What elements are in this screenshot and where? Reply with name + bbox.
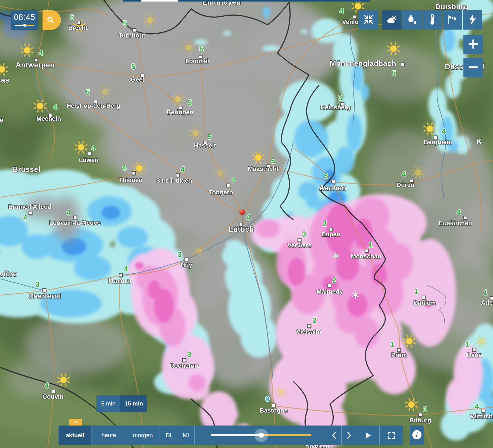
city-marker [401,63,405,67]
temperature-value: 3 [338,94,342,102]
temperature-value: 0 [265,395,269,403]
tab-aktuell[interactable]: aktuell [59,426,92,445]
layer-button-collapse[interactable] [359,10,378,30]
fullscreen-button[interactable] [379,426,403,445]
city-label: Vielsalm [296,328,321,335]
search-icon [46,15,58,25]
temperature-value: 4 [457,208,461,217]
layer-button-lightning[interactable] [463,10,482,30]
temperature-value: 2 [312,316,316,325]
temperature-value: 4 [231,176,235,185]
temperature-value: 5 [86,88,90,97]
temperature-value: 4 [402,170,406,179]
temperature-value: 2 [323,219,327,228]
sun-icon [213,166,227,180]
slider-thumb[interactable] [259,433,264,438]
tab-heute[interactable]: heute [92,426,126,445]
city-marker [182,358,186,362]
sun-icon [188,126,202,140]
city-label: Bergheim [424,139,452,146]
city-label: Daun [467,352,482,359]
temperature-value: 4 [181,165,185,174]
city-label: Beringen [167,109,194,116]
timeline-slider[interactable] [194,426,327,445]
sun-icon [386,42,401,56]
step-forward-button[interactable] [341,426,356,445]
sun-icon [74,140,88,154]
step-back-button[interactable] [327,426,341,445]
play-icon [363,431,373,440]
city-label: Antwerpen [16,61,55,69]
sun-icon [33,99,47,113]
interval-option-15min[interactable]: 15 min [120,395,147,412]
temperature-value: 1 [369,241,373,249]
lightning-icon [467,13,479,26]
tab-Mi[interactable]: Mi [177,426,194,445]
sun-icon [98,84,112,99]
temperature-value: 5 [271,157,275,165]
time-mini-slider[interactable] [15,24,34,27]
temperature-value: 1 [390,340,394,349]
sun-icon [192,244,206,258]
temperature-value: 5 [70,13,74,22]
city-label: Lommel [185,58,209,65]
city-label: Heinsberg [320,104,351,111]
expand-timeline-tab[interactable] [69,419,82,426]
layer-button-precipitation[interactable] [402,10,422,30]
temperature-value: 4 [53,103,57,112]
windsock-icon [446,13,458,26]
city-label: as [1,76,9,84]
slider-track[interactable] [211,434,312,436]
city-marker [29,211,33,215]
sun-icon [474,334,488,348]
sun-icon [411,165,425,180]
temperature-value: 4 [246,213,250,222]
city-label: Charleroi [28,292,61,300]
interval-option-5min[interactable]: 5 min [96,395,120,412]
sun-icon [404,397,418,412]
city-label: Dahlem [414,299,436,307]
weather-radar-app: EindhovenDuisburg5Brecht5Turnhout4Venlo5… [0,0,493,448]
city-label: Braine-l'Alleud [8,203,51,210]
city-marker [226,184,230,188]
play-button[interactable] [356,426,379,445]
droplet-icon [406,13,418,26]
city-label: Eupen [321,231,340,238]
sun-icon [0,62,9,76]
tab-morgen[interactable]: morgen [126,426,160,445]
temperature-value: 4 [45,381,49,390]
tab-Di[interactable]: Di [160,426,177,445]
temperature-value: 5 [188,98,192,107]
city-label: Wittlich [471,413,493,420]
location-pin[interactable] [239,209,245,215]
collapse-icon [362,13,375,26]
sun-icon [143,13,157,27]
city-label: Bastogne [259,407,287,414]
city-label: Düren [397,181,414,189]
city-label: Mönchengladbach [330,59,396,68]
city-marker [418,413,422,417]
zoom-out-button[interactable] [463,58,483,77]
layer-button-wind[interactable] [443,10,462,30]
temperature-value: 4 [39,49,43,57]
temperature-value: 3 [187,350,191,359]
city-label: Löwen [79,157,98,164]
temperature-value: 4 [66,208,70,217]
city-label: Brüssel [13,165,40,174]
zoom-in-button[interactable] [463,35,483,54]
city-label: Heist-op-den-Berg [67,102,120,109]
minus-icon [467,61,479,74]
city-label: Mecheln [36,115,61,122]
temperature-value: 4 [442,127,446,136]
info-button[interactable]: i [410,426,424,445]
temperature-value: 4 [23,214,27,222]
sun-icon [251,150,265,165]
sun-icon [20,43,34,57]
layer-button-weather[interactable] [382,10,401,30]
temperature-value: 1 [465,340,469,349]
city-label: vière [0,270,17,278]
layer-button-temperature[interactable] [422,10,442,30]
city-label: Euskirchen [439,220,472,227]
city-label: K [476,137,482,146]
time-display[interactable]: 08:45 [11,10,38,30]
